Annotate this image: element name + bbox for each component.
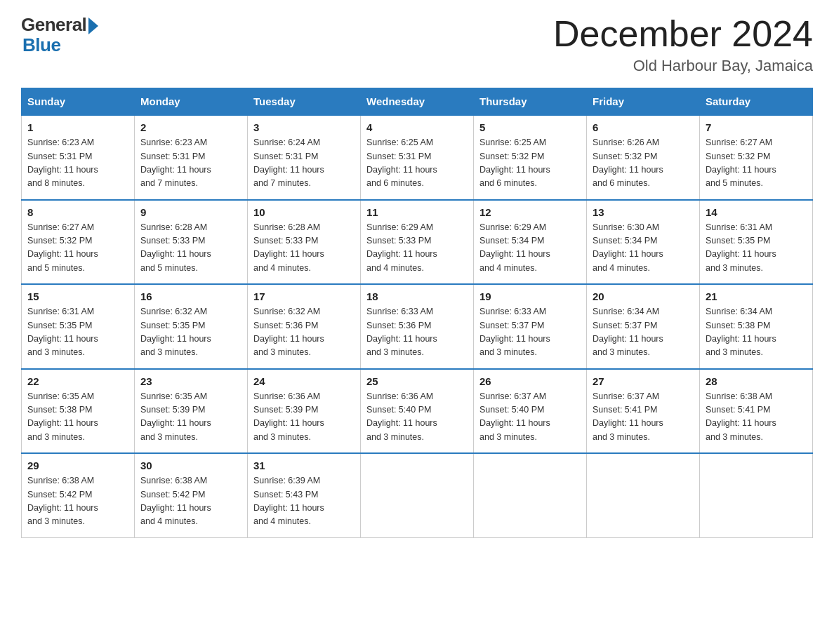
day-number: 8 <box>27 206 128 218</box>
calendar-cell: 31 Sunrise: 6:39 AM Sunset: 5:43 PM Dayl… <box>248 453 361 537</box>
day-info: Sunrise: 6:26 AM Sunset: 5:32 PM Dayligh… <box>593 136 694 191</box>
day-info: Sunrise: 6:36 AM Sunset: 5:39 PM Dayligh… <box>253 390 355 445</box>
calendar-cell: 13 Sunrise: 6:30 AM Sunset: 5:34 PM Dayl… <box>587 200 700 285</box>
day-number: 29 <box>27 459 128 471</box>
day-number: 30 <box>140 459 241 471</box>
calendar-cell: 30 Sunrise: 6:38 AM Sunset: 5:42 PM Dayl… <box>135 453 248 537</box>
day-info: Sunrise: 6:30 AM Sunset: 5:34 PM Dayligh… <box>593 221 694 276</box>
day-info: Sunrise: 6:28 AM Sunset: 5:33 PM Dayligh… <box>140 221 241 276</box>
calendar-cell: 5 Sunrise: 6:25 AM Sunset: 5:32 PM Dayli… <box>474 115 587 200</box>
column-header-sunday: Sunday <box>22 88 135 116</box>
calendar-cell: 9 Sunrise: 6:28 AM Sunset: 5:33 PM Dayli… <box>135 200 248 285</box>
calendar-cell: 18 Sunrise: 6:33 AM Sunset: 5:36 PM Dayl… <box>361 284 474 369</box>
calendar-table: SundayMondayTuesdayWednesdayThursdayFrid… <box>21 88 813 538</box>
column-header-saturday: Saturday <box>700 88 813 116</box>
day-number: 31 <box>253 459 355 471</box>
day-number: 4 <box>366 121 468 133</box>
calendar-cell: 1 Sunrise: 6:23 AM Sunset: 5:31 PM Dayli… <box>22 115 135 200</box>
day-number: 1 <box>27 121 128 133</box>
day-number: 3 <box>253 121 355 133</box>
calendar-cell: 4 Sunrise: 6:25 AM Sunset: 5:31 PM Dayli… <box>361 115 474 200</box>
column-header-friday: Friday <box>587 88 700 116</box>
calendar-cell: 25 Sunrise: 6:36 AM Sunset: 5:40 PM Dayl… <box>361 369 474 454</box>
day-number: 17 <box>253 290 355 302</box>
day-info: Sunrise: 6:35 AM Sunset: 5:38 PM Dayligh… <box>27 390 128 445</box>
page-header: General Blue December 2024 Old Harbour B… <box>21 14 813 75</box>
day-number: 13 <box>593 206 694 218</box>
day-info: Sunrise: 6:37 AM Sunset: 5:40 PM Dayligh… <box>479 390 581 445</box>
column-header-thursday: Thursday <box>474 88 587 116</box>
day-info: Sunrise: 6:25 AM Sunset: 5:32 PM Dayligh… <box>479 136 581 191</box>
day-info: Sunrise: 6:33 AM Sunset: 5:37 PM Dayligh… <box>479 305 581 360</box>
logo-blue-text: Blue <box>22 34 60 56</box>
calendar-cell: 15 Sunrise: 6:31 AM Sunset: 5:35 PM Dayl… <box>22 284 135 369</box>
calendar-week-row: 8 Sunrise: 6:27 AM Sunset: 5:32 PM Dayli… <box>22 200 813 285</box>
day-number: 28 <box>706 375 807 387</box>
calendar-cell: 6 Sunrise: 6:26 AM Sunset: 5:32 PM Dayli… <box>587 115 700 200</box>
day-info: Sunrise: 6:34 AM Sunset: 5:38 PM Dayligh… <box>706 305 807 360</box>
calendar-cell: 19 Sunrise: 6:33 AM Sunset: 5:37 PM Dayl… <box>474 284 587 369</box>
calendar-cell <box>361 453 474 537</box>
day-info: Sunrise: 6:24 AM Sunset: 5:31 PM Dayligh… <box>253 136 355 191</box>
calendar-week-row: 1 Sunrise: 6:23 AM Sunset: 5:31 PM Dayli… <box>22 115 813 200</box>
day-info: Sunrise: 6:34 AM Sunset: 5:37 PM Dayligh… <box>593 305 694 360</box>
day-info: Sunrise: 6:28 AM Sunset: 5:33 PM Dayligh… <box>253 221 355 276</box>
column-header-monday: Monday <box>135 88 248 116</box>
day-info: Sunrise: 6:29 AM Sunset: 5:33 PM Dayligh… <box>366 221 468 276</box>
calendar-cell: 2 Sunrise: 6:23 AM Sunset: 5:31 PM Dayli… <box>135 115 248 200</box>
day-number: 14 <box>706 206 807 218</box>
day-number: 23 <box>140 375 241 387</box>
day-number: 18 <box>366 290 468 302</box>
title-block: December 2024 Old Harbour Bay, Jamaica <box>553 14 813 75</box>
day-number: 5 <box>479 121 581 133</box>
day-info: Sunrise: 6:23 AM Sunset: 5:31 PM Dayligh… <box>27 136 128 191</box>
day-info: Sunrise: 6:25 AM Sunset: 5:31 PM Dayligh… <box>366 136 468 191</box>
day-info: Sunrise: 6:32 AM Sunset: 5:36 PM Dayligh… <box>253 305 355 360</box>
calendar-cell: 10 Sunrise: 6:28 AM Sunset: 5:33 PM Dayl… <box>248 200 361 285</box>
calendar-cell <box>700 453 813 537</box>
calendar-cell: 21 Sunrise: 6:34 AM Sunset: 5:38 PM Dayl… <box>700 284 813 369</box>
logo-top: General <box>21 14 98 36</box>
day-number: 27 <box>593 375 694 387</box>
day-number: 7 <box>706 121 807 133</box>
calendar-cell: 3 Sunrise: 6:24 AM Sunset: 5:31 PM Dayli… <box>248 115 361 200</box>
calendar-cell: 11 Sunrise: 6:29 AM Sunset: 5:33 PM Dayl… <box>361 200 474 285</box>
day-number: 12 <box>479 206 581 218</box>
day-info: Sunrise: 6:37 AM Sunset: 5:41 PM Dayligh… <box>593 390 694 445</box>
day-number: 10 <box>253 206 355 218</box>
day-info: Sunrise: 6:35 AM Sunset: 5:39 PM Dayligh… <box>140 390 241 445</box>
day-info: Sunrise: 6:23 AM Sunset: 5:31 PM Dayligh… <box>140 136 241 191</box>
calendar-cell: 12 Sunrise: 6:29 AM Sunset: 5:34 PM Dayl… <box>474 200 587 285</box>
calendar-week-row: 15 Sunrise: 6:31 AM Sunset: 5:35 PM Dayl… <box>22 284 813 369</box>
calendar-cell: 26 Sunrise: 6:37 AM Sunset: 5:40 PM Dayl… <box>474 369 587 454</box>
calendar-title: December 2024 <box>553 14 813 54</box>
day-info: Sunrise: 6:38 AM Sunset: 5:42 PM Dayligh… <box>140 474 241 529</box>
day-number: 16 <box>140 290 241 302</box>
day-info: Sunrise: 6:33 AM Sunset: 5:36 PM Dayligh… <box>366 305 468 360</box>
day-info: Sunrise: 6:31 AM Sunset: 5:35 PM Dayligh… <box>27 305 128 360</box>
day-number: 6 <box>593 121 694 133</box>
calendar-cell: 27 Sunrise: 6:37 AM Sunset: 5:41 PM Dayl… <box>587 369 700 454</box>
calendar-header-row: SundayMondayTuesdayWednesdayThursdayFrid… <box>22 88 813 116</box>
calendar-subtitle: Old Harbour Bay, Jamaica <box>553 57 813 75</box>
day-info: Sunrise: 6:31 AM Sunset: 5:35 PM Dayligh… <box>706 221 807 276</box>
calendar-week-row: 29 Sunrise: 6:38 AM Sunset: 5:42 PM Dayl… <box>22 453 813 537</box>
calendar-cell: 17 Sunrise: 6:32 AM Sunset: 5:36 PM Dayl… <box>248 284 361 369</box>
calendar-cell: 14 Sunrise: 6:31 AM Sunset: 5:35 PM Dayl… <box>700 200 813 285</box>
calendar-cell: 20 Sunrise: 6:34 AM Sunset: 5:37 PM Dayl… <box>587 284 700 369</box>
day-number: 19 <box>479 290 581 302</box>
calendar-cell: 16 Sunrise: 6:32 AM Sunset: 5:35 PM Dayl… <box>135 284 248 369</box>
logo-general-text: General <box>21 14 86 36</box>
day-number: 24 <box>253 375 355 387</box>
calendar-cell <box>474 453 587 537</box>
column-header-wednesday: Wednesday <box>361 88 474 116</box>
day-number: 11 <box>366 206 468 218</box>
calendar-cell: 22 Sunrise: 6:35 AM Sunset: 5:38 PM Dayl… <box>22 369 135 454</box>
day-info: Sunrise: 6:27 AM Sunset: 5:32 PM Dayligh… <box>27 221 128 276</box>
day-number: 2 <box>140 121 241 133</box>
day-info: Sunrise: 6:27 AM Sunset: 5:32 PM Dayligh… <box>706 136 807 191</box>
day-number: 26 <box>479 375 581 387</box>
logo: General Blue <box>21 14 98 56</box>
day-number: 9 <box>140 206 241 218</box>
logo-arrow-icon <box>88 18 98 34</box>
